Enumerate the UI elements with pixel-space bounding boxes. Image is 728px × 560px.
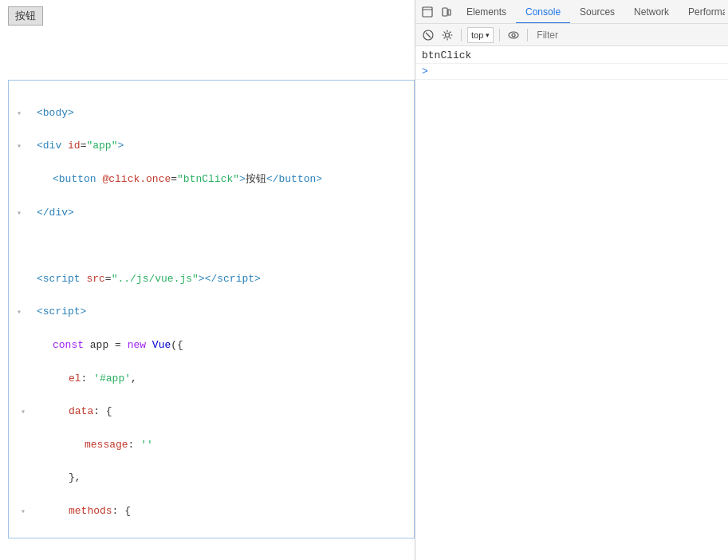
device-toolbar-button[interactable] <box>438 3 455 21</box>
fold-icon[interactable]: ▾ <box>17 306 22 319</box>
code-line: <script src="../js/vue.js"></script> <box>37 271 406 288</box>
code-content: ▾<body> ▾<div id="app"> <button @click.o… <box>9 81 414 538</box>
console-output-text: btnClick <box>422 49 471 61</box>
code-line: ▾data: { <box>37 404 406 420</box>
tab-network[interactable]: Network <box>624 1 679 23</box>
console-output-line: btnClick <box>415 48 728 64</box>
fold-icon[interactable]: ▾ <box>17 207 22 220</box>
devtools-tabs: Elements Console Sources Network Perform… <box>457 0 725 23</box>
svg-point-7 <box>512 34 515 37</box>
clear-console-button[interactable] <box>420 27 436 43</box>
svg-line-4 <box>426 33 431 37</box>
page-area: 按钮 ▾<body> ▾<div id="app"> <button @clic… <box>0 0 415 560</box>
code-line: message: '' <box>37 437 406 454</box>
separator <box>527 29 528 41</box>
tab-elements[interactable]: Elements <box>457 1 516 23</box>
tab-sources[interactable]: Sources <box>570 1 624 23</box>
code-line: ▾<script> <box>37 304 406 321</box>
svg-point-5 <box>446 33 450 37</box>
svg-rect-0 <box>423 7 432 17</box>
code-line: ▾<div id="app"> <box>37 138 406 155</box>
code-line: ▾methods: { <box>37 503 406 520</box>
console-prompt-line[interactable]: > <box>415 64 728 80</box>
code-editor: ▾<body> ▾<div id="app"> <button @click.o… <box>8 80 415 538</box>
code-line: ▾<body> <box>37 105 406 122</box>
code-line: el: '#app', <box>37 371 406 388</box>
svg-rect-2 <box>448 10 451 15</box>
code-line: ▾btnClick() { <box>37 537 406 538</box>
code-line: ▾</div> <box>37 205 406 222</box>
context-selector[interactable]: top ▾ <box>467 27 494 43</box>
svg-rect-1 <box>443 8 447 16</box>
console-output: btnClick > <box>415 46 728 560</box>
code-line: <button @click.once="btnClick">按钮</butto… <box>37 172 406 188</box>
code-line <box>37 238 406 254</box>
code-line: }, <box>37 470 406 487</box>
console-filter-input[interactable] <box>533 30 723 41</box>
svg-point-6 <box>509 32 518 38</box>
fold-icon[interactable]: ▾ <box>17 140 22 153</box>
inspect-icon-button[interactable] <box>419 3 436 21</box>
fold-icon[interactable]: ▾ <box>21 406 26 419</box>
vue-button[interactable]: 按钮 <box>8 6 43 26</box>
button-container: 按钮 <box>0 0 415 32</box>
console-settings-button[interactable] <box>439 27 455 43</box>
separator <box>461 29 462 41</box>
fold-icon[interactable]: ▾ <box>21 506 26 519</box>
devtools-toolbar: Elements Console Sources Network Perform… <box>415 0 728 24</box>
chevron-down-icon: ▾ <box>486 31 490 39</box>
console-arrow-icon: > <box>422 65 428 77</box>
devtools-panel: Elements Console Sources Network Perform… <box>415 0 728 560</box>
eye-button[interactable] <box>506 27 521 43</box>
separator <box>499 29 500 41</box>
tab-performance[interactable]: Performance <box>679 1 725 23</box>
fold-icon[interactable]: ▾ <box>17 108 22 120</box>
console-toolbar: top ▾ <box>415 24 728 46</box>
code-line: const app = new Vue({ <box>37 337 406 354</box>
tab-console[interactable]: Console <box>516 1 570 23</box>
